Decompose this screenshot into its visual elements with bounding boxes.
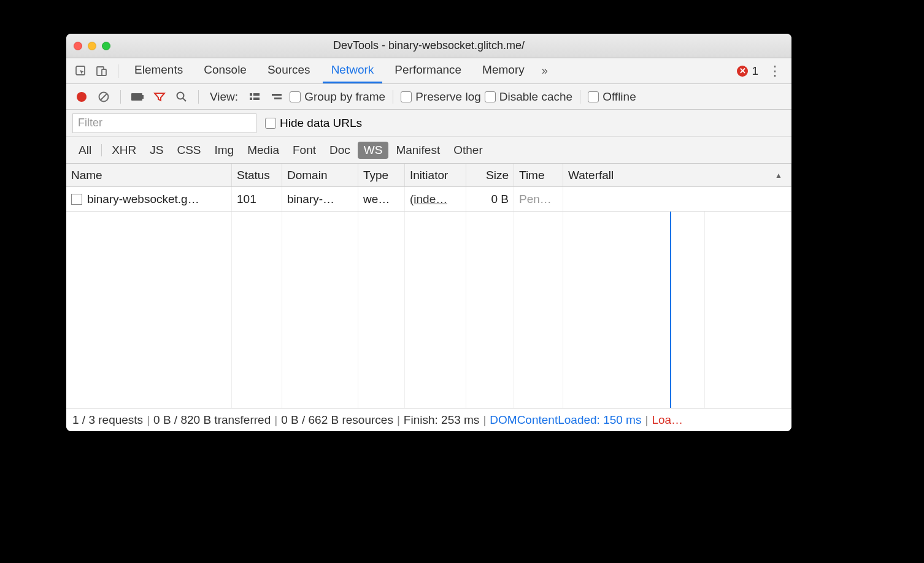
group-by-frame-label: Group by frame [304,90,385,104]
request-grid: Name Status Domain Type Initiator Size T… [66,164,791,408]
waterfall-dcl-marker [670,212,671,408]
svg-rect-2 [102,69,106,75]
col-status[interactable]: Status [232,164,282,186]
separator [101,144,102,156]
cell-initiator: (inde… [405,187,466,211]
separator [120,90,121,104]
settings-menu-button[interactable]: ⋮ [764,63,785,79]
filter-media[interactable]: Media [241,142,285,159]
col-domain[interactable]: Domain [282,164,358,186]
disable-cache-checkbox[interactable]: Disable cache [485,90,572,104]
cell-status: 101 [232,187,282,211]
tab-memory[interactable]: Memory [474,58,533,83]
grid-header: Name Status Domain Type Initiator Size T… [66,164,791,187]
preserve-log-checkbox[interactable]: Preserve log [401,90,481,104]
cell-name: binary-websocket.g… [66,187,232,211]
status-dcl: DOMContentLoaded: 150 ms [490,413,641,427]
overview-icon[interactable] [268,88,286,106]
type-filter-bar: All XHR JS CSS Img Media Font Doc WS Man… [66,137,791,164]
tab-performance[interactable]: Performance [386,58,470,83]
filter-doc[interactable]: Doc [323,142,356,159]
filter-xhr[interactable]: XHR [106,142,142,159]
status-bar: 1 / 3 requests | 0 B / 820 B transferred… [66,408,791,431]
network-toolbar: View: Group by frame Preserve log Disabl… [66,84,791,110]
col-type[interactable]: Type [358,164,405,186]
grid-body: binary-websocket.g… 101 binary-… we… (in… [66,187,791,408]
hide-data-urls-checkbox[interactable]: Hide data URLs [265,117,362,130]
filter-manifest[interactable]: Manifest [390,142,446,159]
view-label: View: [206,90,242,104]
resource-icon [71,194,82,205]
cell-type: we… [358,187,405,211]
close-window-button[interactable] [74,42,82,50]
col-waterfall[interactable]: Waterfall ▲ [563,164,791,186]
col-initiator[interactable]: Initiator [405,164,466,186]
col-name[interactable]: Name [66,164,232,186]
group-by-frame-checkbox[interactable]: Group by frame [290,90,385,104]
svg-point-7 [177,92,184,99]
tab-console[interactable]: Console [195,58,255,83]
error-count: 1 [752,64,758,78]
col-time[interactable]: Time [514,164,563,186]
error-icon: ✕ [737,66,748,77]
main-tabs: Elements Console Sources Network Perform… [66,58,791,84]
filter-js[interactable]: JS [144,142,169,159]
tab-elements[interactable]: Elements [126,58,191,83]
svg-rect-14 [274,98,282,99]
error-badge[interactable]: ✕ 1 [737,64,758,78]
svg-rect-9 [250,93,252,96]
filter-icon[interactable] [150,88,169,106]
cell-time: Pen… [514,187,563,211]
svg-rect-5 [131,93,142,101]
filter-ws[interactable]: WS [358,142,389,159]
filter-input[interactable]: Filter [72,113,256,133]
col-size[interactable]: Size [466,164,514,186]
filter-other[interactable]: Other [447,142,489,159]
separator [393,90,393,104]
sort-asc-icon: ▲ [775,171,782,180]
offline-checkbox[interactable]: Offline [588,90,636,104]
separator [118,64,118,78]
cell-waterfall [563,187,791,211]
svg-line-4 [101,94,107,100]
search-icon[interactable] [172,88,191,106]
status-transferred: 0 B / 820 B transferred [153,413,271,427]
record-button[interactable] [72,88,91,106]
tab-network[interactable]: Network [323,58,383,83]
cell-domain: binary-… [282,187,358,211]
svg-line-8 [183,98,187,101]
separator [580,90,580,104]
svg-rect-13 [272,94,282,96]
status-resources: 0 B / 662 B resources [281,413,393,427]
clear-button[interactable] [94,88,113,106]
filter-css[interactable]: CSS [171,142,207,159]
table-row[interactable]: binary-websocket.g… 101 binary-… we… (in… [66,187,791,212]
filter-img[interactable]: Img [209,142,241,159]
minimize-window-button[interactable] [88,42,96,50]
filter-all[interactable]: All [72,142,98,159]
svg-rect-12 [253,98,260,100]
status-requests: 1 / 3 requests [72,413,143,427]
waterfall-gridline [704,212,705,408]
maximize-window-button[interactable] [102,42,110,50]
offline-label: Offline [603,90,636,104]
status-load: Loa… [652,413,683,427]
filter-bar: Filter Hide data URLs [66,110,791,137]
svg-rect-11 [250,98,252,100]
tab-sources[interactable]: Sources [259,58,319,83]
disable-cache-label: Disable cache [499,90,572,104]
inspect-element-icon[interactable] [72,63,90,80]
filter-font[interactable]: Font [287,142,322,159]
separator [198,90,199,104]
hide-data-urls-label: Hide data URLs [280,117,362,130]
more-tabs-button[interactable]: » [537,64,553,77]
large-rows-icon[interactable] [245,88,264,106]
status-finish: Finish: 253 ms [404,413,480,427]
toggle-device-icon[interactable] [93,63,110,80]
window-title: DevTools - binary-websocket.glitch.me/ [74,39,784,52]
svg-rect-10 [253,93,260,96]
svg-rect-6 [142,95,144,99]
window-titlebar: DevTools - binary-websocket.glitch.me/ [66,34,791,58]
capture-screenshots-icon[interactable] [128,88,147,106]
devtools-window: DevTools - binary-websocket.glitch.me/ E… [66,34,791,431]
